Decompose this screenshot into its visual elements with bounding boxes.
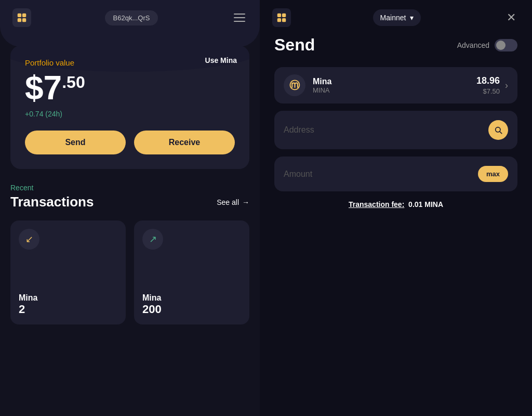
token-amount: 18.96: [476, 75, 500, 86]
wallet-address[interactable]: B62qk...QrS: [105, 10, 158, 25]
network-label: Mainnet: [380, 14, 406, 22]
tx-direction-icon-1: ↙: [19, 229, 39, 250]
token-name: Mina: [313, 77, 476, 86]
svg-rect-6: [277, 18, 281, 22]
tx-name-2: Mina: [142, 293, 241, 303]
transactions-title: Transactions: [10, 194, 94, 210]
mina-icon: ⓜ: [289, 79, 300, 93]
svg-rect-3: [22, 18, 26, 22]
send-title: Send: [274, 35, 315, 55]
tx-card-1[interactable]: ↙ Mina 2: [10, 220, 126, 324]
token-selector[interactable]: ⓜ Mina MINA 18.96 $7.50 ›: [274, 67, 517, 103]
address-search-button[interactable]: [488, 120, 508, 140]
svg-rect-0: [18, 14, 21, 17]
close-icon: ✕: [507, 11, 516, 24]
tx-card-2[interactable]: ↗ Mina 200: [134, 220, 249, 324]
portfolio-value: $7.50: [25, 71, 235, 105]
advanced-toggle[interactable]: [495, 39, 517, 51]
left-logo: [12, 8, 31, 27]
chevron-down-icon: ▾: [410, 14, 414, 22]
menu-button[interactable]: [232, 11, 247, 24]
address-field[interactable]: Address: [274, 111, 517, 149]
tx-amount-1: 2: [19, 303, 117, 316]
tx-name-1: Mina: [19, 293, 117, 303]
advanced-label: Advanced: [457, 41, 489, 49]
see-all-link[interactable]: See all →: [217, 198, 249, 206]
token-usd: $7.50: [483, 87, 500, 95]
use-mina-button[interactable]: Use Mina: [205, 56, 237, 64]
left-header: B62qk...QrS: [0, 0, 260, 35]
transaction-cards: ↙ Mina 2 ↗ Mina 200: [10, 220, 249, 324]
tx-fee-label[interactable]: Transaction fee:: [349, 200, 404, 209]
chevron-right-icon: ›: [505, 80, 508, 91]
tx-direction-icon-2: ↗: [142, 229, 163, 250]
right-logo: [272, 8, 291, 27]
receive-button[interactable]: Receive: [134, 131, 235, 154]
tx-fee-row: Transaction fee: 0.01 MINA: [274, 200, 517, 209]
token-icon: ⓜ: [284, 74, 305, 96]
max-button[interactable]: max: [478, 166, 508, 182]
svg-rect-7: [282, 18, 286, 22]
svg-rect-4: [277, 14, 281, 17]
amount-field[interactable]: Amount max: [274, 157, 517, 191]
right-header: Mainnet ▾ ✕: [260, 0, 532, 35]
send-content: Send Advanced ⓜ Mina MINA 18.96 $7.50 ›: [260, 35, 532, 416]
action-buttons: Send Receive: [25, 131, 235, 154]
right-panel: Mainnet ▾ ✕ Send Advanced ⓜ Mina MINA: [260, 0, 532, 416]
recent-header: Transactions See all →: [10, 194, 249, 210]
advanced-row: Advanced: [457, 39, 517, 51]
token-symbol: MINA: [313, 86, 476, 94]
portfolio-card: Portfolio value Use Mina $7.50 +0.74 (24…: [10, 46, 249, 169]
token-info: Mina MINA: [313, 77, 476, 94]
svg-rect-5: [282, 14, 286, 17]
send-title-row: Send Advanced: [274, 35, 517, 55]
portfolio-cents: .50: [62, 73, 85, 92]
tx-fee-value: 0.01 MINA: [408, 200, 443, 209]
tx-amount-2: 200: [142, 303, 241, 316]
portfolio-label: Portfolio value: [25, 58, 235, 67]
send-button[interactable]: Send: [25, 131, 126, 154]
arrow-right-icon: →: [242, 198, 249, 206]
portfolio-change: +0.74 (24h): [25, 110, 235, 118]
left-panel: B62qk...QrS Portfolio value Use Mina $7.…: [0, 0, 260, 416]
network-selector[interactable]: Mainnet ▾: [373, 9, 421, 26]
recent-section: Recent Transactions See all → ↙ Mina 2 ↗…: [0, 169, 260, 324]
svg-rect-1: [22, 14, 26, 17]
close-button[interactable]: ✕: [503, 9, 520, 26]
svg-rect-2: [18, 18, 21, 22]
portfolio-main: $7: [25, 69, 62, 107]
svg-line-9: [500, 132, 502, 134]
token-balance: 18.96 $7.50: [476, 75, 500, 96]
tx-fee-text: Transaction fee: 0.01 MINA: [349, 200, 443, 209]
amount-placeholder: Amount: [284, 170, 478, 179]
recent-label: Recent: [10, 184, 249, 192]
toggle-knob: [496, 41, 506, 50]
address-placeholder: Address: [284, 125, 488, 135]
